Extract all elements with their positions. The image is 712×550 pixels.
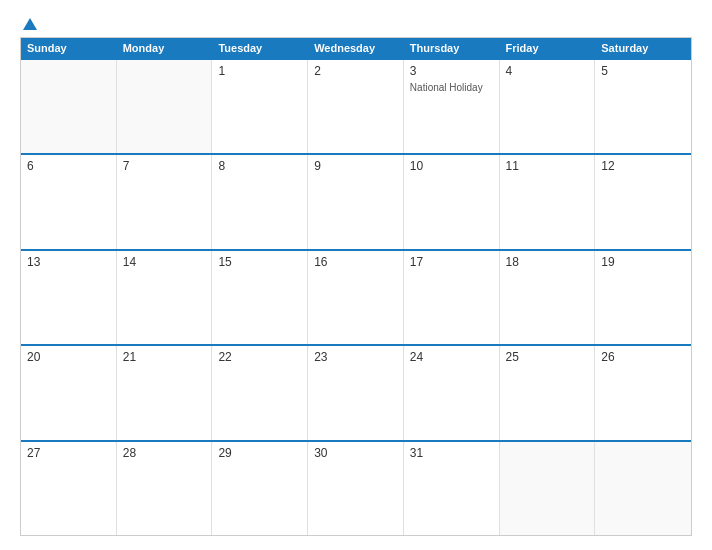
page-header [20,18,692,31]
calendar-cell [500,442,596,535]
day-number: 10 [410,159,493,173]
calendar-cell: 14 [117,251,213,344]
header-day-tuesday: Tuesday [212,38,308,58]
day-event: National Holiday [410,82,493,93]
calendar-week-1: 123National Holiday45 [21,58,691,153]
calendar-cell: 3National Holiday [404,60,500,153]
calendar-cell [595,442,691,535]
header-day-friday: Friday [500,38,596,58]
calendar-cell: 2 [308,60,404,153]
day-number: 27 [27,446,110,460]
calendar-cell: 1 [212,60,308,153]
calendar-cell: 13 [21,251,117,344]
calendar-cell: 28 [117,442,213,535]
day-number: 30 [314,446,397,460]
day-number: 17 [410,255,493,269]
calendar-week-2: 6789101112 [21,153,691,248]
calendar-body: 123National Holiday456789101112131415161… [21,58,691,535]
calendar-cell [21,60,117,153]
day-number: 8 [218,159,301,173]
day-number: 29 [218,446,301,460]
calendar-cell: 19 [595,251,691,344]
header-day-saturday: Saturday [595,38,691,58]
calendar-header: SundayMondayTuesdayWednesdayThursdayFrid… [21,38,691,58]
calendar-cell: 31 [404,442,500,535]
calendar-cell: 11 [500,155,596,248]
day-number: 14 [123,255,206,269]
day-number: 9 [314,159,397,173]
calendar-cell: 21 [117,346,213,439]
calendar-cell: 23 [308,346,404,439]
day-number: 22 [218,350,301,364]
header-day-sunday: Sunday [21,38,117,58]
calendar-cell: 17 [404,251,500,344]
day-number: 15 [218,255,301,269]
day-number: 3 [410,64,493,78]
day-number: 5 [601,64,685,78]
day-number: 13 [27,255,110,269]
logo-blue-row [20,18,37,31]
day-number: 24 [410,350,493,364]
day-number: 2 [314,64,397,78]
logo [20,18,37,31]
calendar-page: SundayMondayTuesdayWednesdayThursdayFrid… [0,0,712,550]
day-number: 19 [601,255,685,269]
header-day-monday: Monday [117,38,213,58]
day-number: 6 [27,159,110,173]
calendar-cell: 8 [212,155,308,248]
header-day-thursday: Thursday [404,38,500,58]
calendar-cell: 26 [595,346,691,439]
calendar-cell: 4 [500,60,596,153]
calendar-week-5: 2728293031 [21,440,691,535]
calendar-week-4: 20212223242526 [21,344,691,439]
calendar-cell: 25 [500,346,596,439]
calendar-cell: 20 [21,346,117,439]
header-day-wednesday: Wednesday [308,38,404,58]
calendar-cell: 29 [212,442,308,535]
calendar-cell: 27 [21,442,117,535]
day-number: 31 [410,446,493,460]
calendar-cell: 5 [595,60,691,153]
day-number: 7 [123,159,206,173]
calendar-week-3: 13141516171819 [21,249,691,344]
calendar-cell: 6 [21,155,117,248]
calendar-cell: 7 [117,155,213,248]
day-number: 20 [27,350,110,364]
calendar-cell: 15 [212,251,308,344]
calendar-cell: 22 [212,346,308,439]
day-number: 23 [314,350,397,364]
calendar-cell: 10 [404,155,500,248]
calendar-cell: 30 [308,442,404,535]
day-number: 28 [123,446,206,460]
day-number: 12 [601,159,685,173]
calendar-cell: 24 [404,346,500,439]
calendar-cell: 12 [595,155,691,248]
logo-triangle-icon [23,18,37,30]
calendar-cell: 18 [500,251,596,344]
calendar-cell: 9 [308,155,404,248]
day-number: 25 [506,350,589,364]
day-number: 21 [123,350,206,364]
day-number: 18 [506,255,589,269]
calendar-cell [117,60,213,153]
day-number: 26 [601,350,685,364]
day-number: 1 [218,64,301,78]
calendar-cell: 16 [308,251,404,344]
calendar-grid: SundayMondayTuesdayWednesdayThursdayFrid… [20,37,692,536]
day-number: 4 [506,64,589,78]
day-number: 11 [506,159,589,173]
day-number: 16 [314,255,397,269]
